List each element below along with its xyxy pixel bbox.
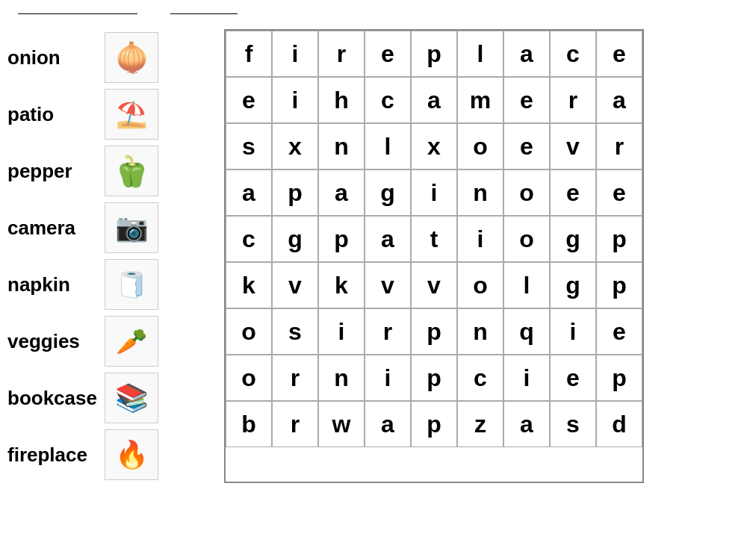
grid-cell-4-6[interactable]: o — [503, 216, 550, 262]
grid-cell-4-2[interactable]: p — [318, 216, 365, 262]
grid-cell-4-0[interactable]: c — [226, 216, 272, 262]
word-image-pepper: 🫑 — [105, 146, 158, 196]
grid-cell-5-0[interactable]: k — [226, 262, 272, 308]
grid-cell-4-3[interactable]: a — [365, 216, 411, 262]
grid-cell-7-3[interactable]: i — [365, 355, 411, 401]
grid-cell-1-3[interactable]: c — [365, 77, 411, 123]
grid-cell-1-6[interactable]: e — [503, 77, 550, 123]
grid-cell-6-3[interactable]: r — [365, 308, 411, 355]
grid-cell-6-5[interactable]: n — [457, 308, 503, 355]
grid-cell-5-2[interactable]: k — [318, 262, 365, 308]
grid-cell-3-8[interactable]: e — [596, 169, 642, 216]
grid-cell-3-3[interactable]: g — [365, 169, 411, 216]
word-item-patio: patio⛱️ — [7, 86, 209, 143]
grid-cell-4-7[interactable]: g — [550, 216, 596, 262]
word-image-camera: 📷 — [105, 202, 158, 253]
grid-cell-3-0[interactable]: a — [226, 169, 272, 216]
grid-cell-3-4[interactable]: i — [411, 169, 457, 216]
grid-cell-3-6[interactable]: o — [503, 169, 550, 216]
grid-cell-7-1[interactable]: r — [272, 355, 318, 401]
grid-cell-8-0[interactable]: b — [226, 401, 272, 447]
grid-cell-6-7[interactable]: i — [550, 308, 596, 355]
grid-cell-1-8[interactable]: a — [596, 77, 642, 123]
word-list: onion🧅patio⛱️pepper🫑camera📷napkin🧻veggie… — [7, 29, 209, 483]
veggies-icon: 🥕 — [116, 326, 147, 356]
grid-cell-1-7[interactable]: r — [550, 77, 596, 123]
grid-cell-2-4[interactable]: x — [411, 123, 457, 169]
grid-cell-3-5[interactable]: n — [457, 169, 503, 216]
grid-cell-4-4[interactable]: t — [411, 216, 457, 262]
grid-cell-1-2[interactable]: h — [318, 77, 365, 123]
grid-cell-0-0[interactable]: f — [226, 31, 272, 77]
word-search-grid: fireplaceeihcamerasxnlxoevrapaginoeecgpa… — [224, 29, 644, 483]
onion-icon: 🧅 — [114, 41, 149, 74]
grid-cell-6-6[interactable]: q — [503, 308, 550, 355]
grid-cell-6-4[interactable]: p — [411, 308, 457, 355]
word-label-veggies: veggies — [7, 330, 97, 353]
grid-cell-5-8[interactable]: p — [596, 262, 642, 308]
grid-cell-0-5[interactable]: l — [457, 31, 503, 77]
grid-cell-1-4[interactable]: a — [411, 77, 457, 123]
grid-cell-2-6[interactable]: e — [503, 123, 550, 169]
word-image-bookcase: 📚 — [105, 373, 158, 423]
grid-cell-5-7[interactable]: g — [550, 262, 596, 308]
grid-cell-0-7[interactable]: c — [550, 31, 596, 77]
grid-cell-8-4[interactable]: p — [411, 401, 457, 447]
word-label-fireplace: fireplace — [7, 444, 97, 467]
grid-cell-2-5[interactable]: o — [457, 123, 503, 169]
grid-cell-0-2[interactable]: r — [318, 31, 365, 77]
word-item-veggies: veggies🥕 — [7, 313, 209, 370]
grid-cell-6-2[interactable]: i — [318, 308, 365, 355]
grid-cell-3-2[interactable]: a — [318, 169, 365, 216]
grid-cell-6-8[interactable]: e — [596, 308, 642, 355]
grid-cell-4-1[interactable]: g — [272, 216, 318, 262]
grid-cell-0-1[interactable]: i — [272, 31, 318, 77]
grid-cell-1-1[interactable]: i — [272, 77, 318, 123]
grid-cell-0-4[interactable]: p — [411, 31, 457, 77]
grid-cell-4-5[interactable]: i — [457, 216, 503, 262]
bookcase-icon: 📚 — [115, 382, 149, 414]
word-item-bookcase: bookcase📚 — [7, 370, 209, 426]
word-item-fireplace: fireplace🔥 — [7, 426, 209, 483]
grid-cell-7-4[interactable]: p — [411, 355, 457, 401]
grid-cell-5-4[interactable]: v — [411, 262, 457, 308]
grid-cell-6-1[interactable]: s — [272, 308, 318, 355]
date-line — [170, 13, 238, 14]
grid-cell-8-3[interactable]: a — [365, 401, 411, 447]
grid-cell-8-8[interactable]: d — [596, 401, 642, 447]
grid-cell-8-7[interactable]: s — [550, 401, 596, 447]
grid-cell-1-5[interactable]: m — [457, 77, 503, 123]
grid-cell-1-0[interactable]: e — [226, 77, 272, 123]
grid-cell-3-1[interactable]: p — [272, 169, 318, 216]
grid-cell-7-7[interactable]: e — [550, 355, 596, 401]
grid-cell-7-6[interactable]: i — [503, 355, 550, 401]
grid-cell-8-5[interactable]: z — [457, 401, 503, 447]
grid-cell-7-2[interactable]: n — [318, 355, 365, 401]
grid-cell-2-1[interactable]: x — [272, 123, 318, 169]
grid-cell-2-0[interactable]: s — [226, 123, 272, 169]
grid-cell-0-3[interactable]: e — [365, 31, 411, 77]
grid-cell-2-7[interactable]: v — [550, 123, 596, 169]
grid-cell-8-1[interactable]: r — [272, 401, 318, 447]
grid-cell-4-8[interactable]: p — [596, 216, 642, 262]
grid-cell-5-3[interactable]: v — [365, 262, 411, 308]
grid-cell-7-8[interactable]: p — [596, 355, 642, 401]
grid-cell-8-6[interactable]: a — [503, 401, 550, 447]
grid-cell-8-2[interactable]: w — [318, 401, 365, 447]
grid-cell-5-5[interactable]: o — [457, 262, 503, 308]
grid-cell-2-3[interactable]: l — [365, 123, 411, 169]
grid-cell-7-5[interactable]: c — [457, 355, 503, 401]
grid-cell-6-0[interactable]: o — [226, 308, 272, 355]
grid-cell-5-6[interactable]: l — [503, 262, 550, 308]
word-image-napkin: 🧻 — [105, 259, 158, 310]
grid-cell-2-8[interactable]: r — [596, 123, 642, 169]
fireplace-icon: 🔥 — [115, 439, 149, 470]
grid-cell-3-7[interactable]: e — [550, 169, 596, 216]
word-image-patio: ⛱️ — [105, 89, 158, 140]
grid-cell-5-1[interactable]: v — [272, 262, 318, 308]
grid-cell-0-6[interactable]: a — [503, 31, 550, 77]
grid-cell-2-2[interactable]: n — [318, 123, 365, 169]
word-label-camera: camera — [7, 217, 97, 240]
grid-cell-0-8[interactable]: e — [596, 31, 642, 77]
grid-cell-7-0[interactable]: o — [226, 355, 272, 401]
